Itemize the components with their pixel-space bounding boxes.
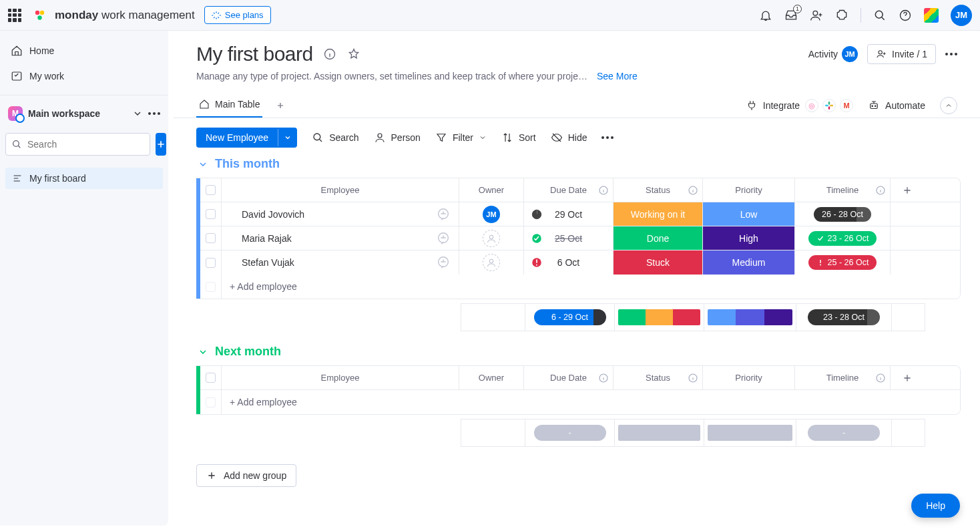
- due-cell[interactable]: 25 Oct: [524, 226, 614, 250]
- col-status[interactable]: Status: [614, 366, 703, 389]
- col-due[interactable]: Due Date: [524, 366, 614, 389]
- priority-cell[interactable]: High: [703, 226, 795, 250]
- search-tool[interactable]: Search: [312, 132, 358, 144]
- conversation-icon[interactable]: [436, 231, 451, 246]
- add-group-button[interactable]: Add new group: [196, 464, 296, 487]
- row-checkbox[interactable]: [196, 250, 222, 275]
- col-employee[interactable]: Employee: [222, 366, 459, 389]
- help-icon[interactable]: [899, 9, 912, 22]
- row-checkbox[interactable]: [196, 226, 222, 250]
- board-icon: [12, 173, 23, 184]
- timeline-cell[interactable]: 23 - 26 Oct: [795, 226, 891, 250]
- timeline-cell[interactable]: 26 - 28 Oct: [795, 202, 891, 226]
- search-everything-icon[interactable]: [873, 9, 887, 22]
- chevron-down-icon[interactable]: [132, 108, 143, 119]
- status-cell[interactable]: Stuck: [614, 250, 703, 275]
- favorite-icon[interactable]: [346, 47, 361, 61]
- automate-button[interactable]: Automate: [868, 100, 925, 112]
- filter-tool[interactable]: Filter: [435, 132, 487, 144]
- sort-tool[interactable]: Sort: [501, 132, 536, 144]
- col-owner[interactable]: Owner: [459, 366, 524, 389]
- new-employee-dropdown[interactable]: [278, 129, 297, 146]
- sidebar-mywork[interactable]: My work: [5, 65, 163, 87]
- apps-icon[interactable]: [835, 9, 848, 22]
- workspace-menu-icon[interactable]: [148, 112, 160, 115]
- status-cell[interactable]: Working on it: [614, 202, 703, 226]
- board-title[interactable]: My first board: [196, 43, 313, 65]
- gmail-icon: M: [840, 99, 853, 112]
- employee-cell[interactable]: Maria Rajak: [222, 226, 459, 250]
- toolbar-more-icon[interactable]: [601, 136, 614, 139]
- add-column-button[interactable]: [891, 178, 924, 202]
- person-tool[interactable]: Person: [374, 132, 421, 144]
- add-employee-row[interactable]: + Add employee: [196, 275, 960, 299]
- new-employee-button[interactable]: New Employee: [196, 128, 297, 148]
- employee-cell[interactable]: David Jovovich: [222, 202, 459, 226]
- invite-members-icon[interactable]: [810, 9, 823, 22]
- tab-main-table[interactable]: Main Table: [196, 94, 262, 118]
- sidebar-search-input[interactable]: [27, 139, 144, 150]
- priority-cell[interactable]: Low: [703, 202, 795, 226]
- conversation-icon[interactable]: [436, 207, 451, 222]
- owner-cell[interactable]: [459, 250, 524, 275]
- row-end: [891, 250, 924, 275]
- conversation-icon[interactable]: [436, 255, 451, 270]
- priority-cell[interactable]: Medium: [703, 250, 795, 275]
- timeline-cell[interactable]: 25 - 26 Oct: [795, 250, 891, 275]
- owner-cell[interactable]: [459, 226, 524, 250]
- col-priority[interactable]: Priority: [703, 366, 795, 389]
- table-row[interactable]: Maria Rajak25 OctDoneHigh23 - 26 Oct: [196, 226, 960, 250]
- integrate-button[interactable]: Integrate ◎ M: [746, 99, 853, 112]
- product-switcher-icon[interactable]: [924, 8, 939, 23]
- col-owner[interactable]: Owner: [459, 178, 524, 202]
- monday-logo-icon: [33, 7, 49, 23]
- col-timeline[interactable]: Timeline: [795, 178, 891, 202]
- add-employee-row[interactable]: + Add employee: [196, 390, 960, 414]
- col-due[interactable]: Due Date: [524, 178, 614, 202]
- apps-grid-icon[interactable]: [8, 9, 21, 22]
- profile-avatar[interactable]: JM: [951, 5, 972, 26]
- svg-rect-14: [871, 104, 878, 109]
- group-header[interactable]: This month: [198, 157, 957, 171]
- sidebar-board-item[interactable]: My first board: [5, 168, 163, 189]
- info-icon: [598, 373, 609, 383]
- select-all[interactable]: [196, 366, 222, 389]
- table-row[interactable]: David JovovichJM29 OctWorking on itLow26…: [196, 202, 960, 226]
- sidebar-search[interactable]: [5, 133, 150, 156]
- board-options-icon[interactable]: [945, 53, 957, 55]
- notifications-icon[interactable]: [759, 9, 772, 22]
- status-cell[interactable]: Done: [614, 226, 703, 250]
- due-cell[interactable]: 6 Oct: [524, 250, 614, 275]
- hide-tool[interactable]: Hide: [551, 132, 587, 144]
- col-employee[interactable]: Employee: [222, 178, 459, 202]
- see-plans-button[interactable]: See plans: [204, 6, 271, 24]
- inbox-icon[interactable]: 1: [784, 9, 798, 22]
- group-header[interactable]: Next month: [198, 345, 957, 359]
- col-status[interactable]: Status: [614, 178, 703, 202]
- select-all[interactable]: [196, 178, 222, 202]
- table-row[interactable]: Stefan Vujak6 OctStuckMedium25 - 26 Oct: [196, 250, 960, 275]
- activity-button[interactable]: Activity JM: [808, 46, 858, 62]
- col-priority[interactable]: Priority: [703, 178, 795, 202]
- add-view-button[interactable]: [272, 97, 289, 114]
- collapse-header-button[interactable]: [940, 97, 957, 114]
- see-more-link[interactable]: See More: [597, 71, 638, 81]
- svg-point-32: [820, 264, 821, 266]
- owner-cell[interactable]: JM: [459, 202, 524, 226]
- employee-cell[interactable]: Stefan Vujak: [222, 250, 459, 275]
- person-icon: [374, 132, 386, 144]
- brand-text: monday work management: [55, 9, 195, 22]
- sidebar-home[interactable]: Home: [5, 40, 163, 61]
- due-cell[interactable]: 29 Oct: [524, 202, 614, 226]
- svg-point-1: [40, 10, 44, 14]
- help-button[interactable]: Help: [911, 494, 960, 518]
- svg-point-0: [35, 10, 39, 14]
- col-timeline[interactable]: Timeline: [795, 366, 891, 389]
- summary-status: [615, 303, 704, 331]
- info-icon[interactable]: [322, 47, 337, 61]
- row-checkbox[interactable]: [196, 202, 222, 226]
- add-column-button[interactable]: [891, 366, 924, 389]
- invite-button[interactable]: Invite / 1: [867, 44, 936, 64]
- add-item-button[interactable]: [156, 133, 166, 156]
- workspace-selector[interactable]: M Main workspace: [5, 104, 163, 124]
